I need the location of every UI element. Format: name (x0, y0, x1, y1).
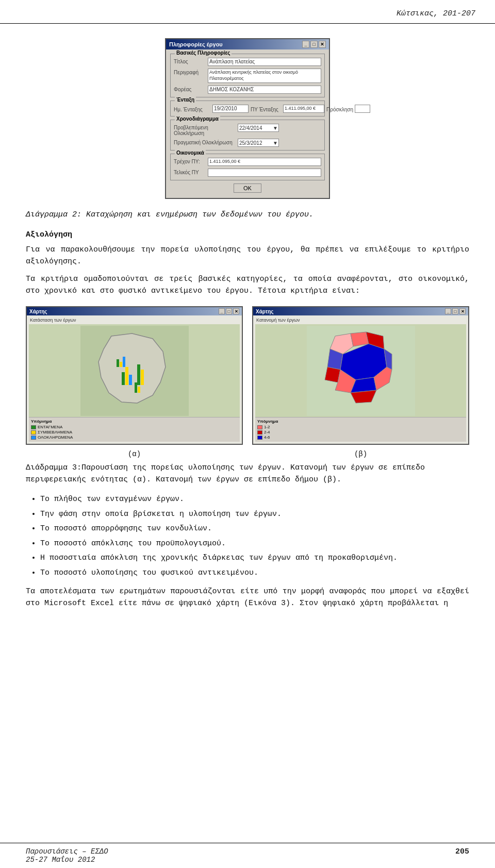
entaxi-section: Ένταξη Ημ. Ένταξης 19/2/2010 ΠΥ Ένταξης … (170, 101, 325, 116)
oikonomika-label: Οικονομικά (175, 150, 206, 156)
input-probl-oloklirosi[interactable]: 22/4/2014 ▼ (238, 124, 279, 132)
map-title-right: Χάρτης (256, 309, 274, 314)
field-probl-oloklirosi: Προβλεπόμενη Ολοκλήρωση 22/4/2014 ▼ (174, 124, 321, 136)
input-py-entaxis[interactable]: 1.411.095,00 € (283, 105, 324, 113)
map-titlebar-left: Χάρτης _ □ ✕ (27, 307, 242, 315)
map-caption-a: (α) (26, 450, 243, 458)
map-close-right[interactable]: ✕ (459, 308, 466, 314)
label-pragm-oloklirosi: Πραγματική Ολοκλήρωση (174, 139, 236, 145)
map-titlebar-btns-right: _ □ ✕ (445, 308, 466, 314)
legend-title-right: Υπόμνημα (257, 419, 464, 424)
legend-item-olokliromena: ΟΛΟΚΛΗΡΩΜΕΝΑ (31, 435, 238, 440)
footer-left-line1: Παρουσιάσεις – ΕΣΔΟ (26, 847, 108, 856)
map-legend-left: Υπόμνημα ΕΝΤΑΓΜΕΝΑ ΣΥΜΒΕΒΛΗΜΕΝΑ ΟΛΟΚΛΗΡΩ… (29, 417, 240, 442)
legend-label-4-6: 4-6 (264, 435, 270, 440)
maps-row: Χάρτης _ □ ✕ Κατάσταση των έργων (26, 306, 469, 445)
input-hm-entaxis[interactable]: 19/2/2010 (212, 105, 249, 113)
svg-rect-5 (137, 364, 140, 385)
label-telikos-py: Τελικός ΠΥ (174, 169, 206, 175)
minimize-button[interactable]: _ (302, 41, 309, 48)
legend-color-2-4 (257, 430, 262, 435)
basic-info-section: Βασικές Πληροφορίες Τίτλος Ανάπλαση πλατ… (170, 54, 325, 97)
legend-item-entagmena: ΕΝΤΑΓΜΕΝΑ (31, 425, 238, 429)
input-pragm-oloklirosi[interactable]: 25/3/2012 ▼ (238, 139, 279, 147)
bullet-item-2: Το ποσοστό απορρόφησης των κονδυλίων. (40, 523, 469, 535)
final-para: Τα αποτελέσματα των ερωτημάτων παρουσιάζ… (26, 586, 469, 609)
svg-rect-9 (123, 357, 125, 367)
dialog-titlebar: Πληροφορίες έργου _ □ ✕ (166, 39, 329, 49)
svg-rect-6 (141, 370, 144, 385)
axiologisi-heading: Αξιολόγηση (26, 230, 469, 239)
map-caption-b: (β) (252, 450, 469, 458)
maximize-button[interactable]: □ (310, 41, 318, 48)
input-telikos-py[interactable] (208, 169, 321, 177)
label-probl-oloklirosi: Προβλεπόμενη Ολοκλήρωση (174, 124, 236, 136)
ok-button[interactable]: OK (234, 183, 261, 193)
header-text: Κώτσικας, 201-207 (397, 9, 475, 18)
chronodiagramma-section: Χρονοδιάγραμμα Προβλεπόμενη Ολοκλήρωση 2… (170, 120, 325, 151)
bullet-item-1: Την φάση στην οποία βρίσκεται η υλοποίησ… (40, 509, 469, 521)
footer-page-number: 205 (455, 847, 469, 856)
label-perigrafi: Περιγραφή (174, 69, 206, 75)
basic-info-label: Βασικές Πληροφορίες (175, 50, 232, 56)
legend-color-1-2 (257, 425, 262, 429)
map-title-left: Χάρτης (29, 309, 47, 314)
dialog-titlebar-buttons: _ □ ✕ (302, 41, 326, 48)
bullet-item-4: Η ποσοστιαία απόκλιση της χρονικής διάρκ… (40, 553, 469, 564)
map-maximize-right[interactable]: □ (452, 308, 458, 314)
map-maximize-left[interactable]: □ (226, 308, 232, 314)
input-titlos[interactable]: Ανάπλαση πλατείας (208, 58, 321, 66)
legend-label-entagmena: ΕΝΤΑΓΜΕΝΑ (38, 425, 62, 429)
legend-item-2-4: 2-4 (257, 430, 464, 435)
map-titlebar-right: Χάρτης _ □ ✕ (253, 307, 468, 315)
map-subtitle-right: Κατανομή των έργων (255, 318, 466, 323)
map-body-right: Κατανομή των έργων (253, 315, 468, 444)
label-prosklisi: Πρόσκληση (326, 106, 353, 112)
map-close-left[interactable]: ✕ (233, 308, 239, 314)
map-svg-left (29, 324, 240, 417)
legend-label-2-4: 2-4 (264, 430, 270, 435)
input-prosklisi[interactable] (355, 105, 370, 113)
bullet-list: Το πλήθος των ενταγμένων έργων. Την φάση… (26, 494, 469, 579)
legend-item-4-6: 4-6 (257, 435, 464, 440)
label-foreas: Φορέας (174, 86, 206, 92)
figure-caption: Διάδραμμα 3:Παρουσίαση της πορείας υλοπο… (26, 462, 469, 486)
svg-rect-2 (122, 372, 125, 385)
field-trekhon-py: Τρέχον ΠΥ: 1.411.095,00 € (174, 158, 321, 166)
map-subtitle-left: Κατάσταση των έργων (29, 318, 240, 323)
bullet-item-5: Το ποσοστό υλοποίησης του φυσικού αντικε… (40, 567, 469, 579)
field-telikos-py: Τελικός ΠΥ (174, 169, 321, 177)
input-perigrafi[interactable]: Ανάπλαση κεντρικής πλατείας στον οικισμό… (208, 69, 321, 83)
footer-left: Παρουσιάσεις – ΕΣΔΟ 25-27 Μαΐου 2012 (26, 847, 108, 864)
oikonomika-section: Οικονομικά Τρέχον ΠΥ: 1.411.095,00 € Τελ… (170, 154, 325, 180)
bullet-item-0: Το πλήθος των ενταγμένων έργων. (40, 494, 469, 506)
legend-item-1-2: 1-2 (257, 425, 464, 429)
legend-item-symbeblimena: ΣΥΜΒΕΒΛΗΜΕΝΑ (31, 430, 238, 435)
field-foreas: Φορέας ΔΗΜΟΣ ΚΟΖΑΝΗΣ (174, 86, 321, 94)
legend-label-1-2: 1-2 (264, 425, 270, 429)
entaxi-label: Ένταξη (175, 97, 196, 103)
footer-left-line2: 25-27 Μαΐου 2012 (26, 856, 108, 864)
dialog-window: Πληροφορίες έργου _ □ ✕ Βασικές Πληροφορ… (165, 38, 330, 199)
input-trekhon-py[interactable]: 1.411.095,00 € (208, 158, 321, 166)
field-perigrafi: Περιγραφή Ανάπλαση κεντρικής πλατείας στ… (174, 69, 321, 83)
axiologisi-para1: Για να παρακολουθήσουμε την πορεία υλοπο… (26, 244, 469, 268)
legend-color-symbeblimena (31, 430, 36, 435)
field-pragm-oloklirosi: Πραγματική Ολοκλήρωση 25/3/2012 ▼ (174, 139, 321, 147)
input-foreas[interactable]: ΔΗΜΟΣ ΚΟΖΑΝΗΣ (208, 86, 321, 94)
map-svg-left-svg (80, 326, 189, 416)
legend-color-4-6 (257, 436, 262, 440)
legend-color-entagmena (31, 425, 36, 429)
label-trekhon-py: Τρέχον ΠΥ: (174, 158, 206, 164)
svg-rect-8 (120, 362, 122, 367)
label-titlos: Τίτλος (174, 58, 206, 64)
map-legend-right: Υπόμνημα 1-2 2-4 4-6 (255, 417, 466, 442)
map-minimize-right[interactable]: _ (445, 308, 451, 314)
axiologisi-para2: Τα κριτήρια ομαδοποιούνται σε τρείς βασι… (26, 274, 469, 297)
close-button[interactable]: ✕ (319, 41, 326, 48)
page-footer: Παρουσιάσεις – ΕΣΔΟ 25-27 Μαΐου 2012 205 (0, 843, 495, 868)
svg-rect-4 (129, 375, 132, 385)
legend-color-olokliromena (31, 436, 36, 440)
map-minimize-left[interactable]: _ (219, 308, 225, 314)
svg-rect-11 (138, 387, 140, 393)
